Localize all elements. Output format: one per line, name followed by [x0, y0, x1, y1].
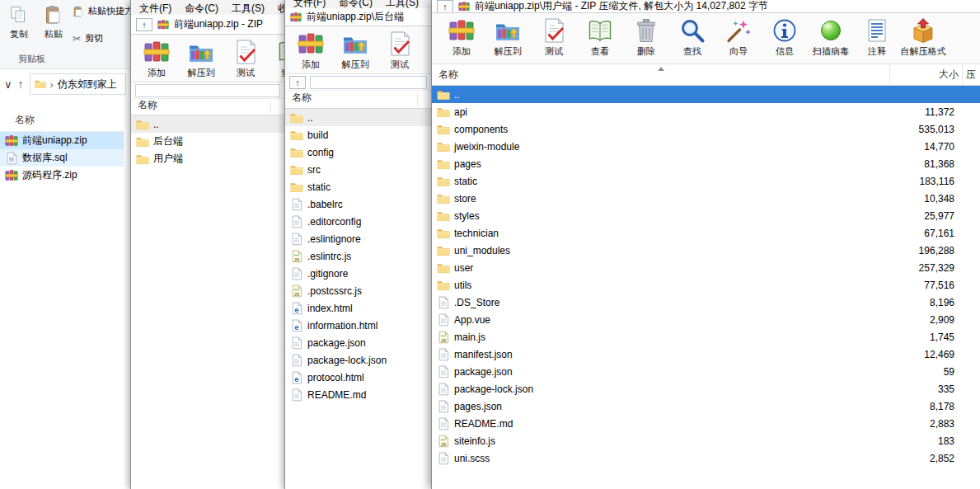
file-row[interactable]: config — [285, 143, 431, 161]
file-row[interactable]: .. — [131, 115, 284, 133]
file-row[interactable]: package.json — [285, 334, 431, 351]
file-row[interactable]: components535,013 — [432, 120, 980, 138]
toolbar-button-test[interactable]: 测试 — [377, 29, 422, 71]
file-name: static — [307, 181, 331, 193]
cut-button[interactable]: 剪切 — [73, 32, 130, 45]
toolbar-button-delete[interactable]: 删除 — [623, 16, 669, 58]
file-row[interactable]: eindex.html — [285, 299, 431, 317]
file-row[interactable]: styles25,977 — [432, 207, 980, 224]
toolbar-button-view[interactable]: 查看 — [268, 37, 284, 79]
column-header-name[interactable]: 名称 — [285, 91, 431, 109]
toolbar-button-view[interactable]: 查看 — [422, 29, 431, 71]
menu-item[interactable]: 收藏 — [278, 2, 284, 13]
file-row[interactable]: .gitignore — [285, 265, 431, 282]
up-button[interactable] — [289, 76, 306, 89]
file-row[interactable]: .editorconfig — [285, 213, 431, 230]
file-row[interactable]: .. — [285, 109, 431, 126]
file-row[interactable]: README.md — [285, 386, 431, 403]
file-row[interactable]: manifest.json12,469 — [432, 346, 980, 363]
menu-item[interactable]: 命令(C) — [339, 0, 373, 7]
file-name: .gitignore — [307, 268, 348, 280]
toolbar-button-info[interactable]: 信息 — [762, 16, 808, 58]
file-row[interactable]: 用户端 — [131, 150, 284, 167]
column-header-name[interactable]: 名称 — [432, 64, 889, 85]
column-header-name[interactable]: 名称 — [131, 99, 284, 115]
file-row[interactable]: src — [285, 161, 431, 178]
menu-item[interactable]: 命令(C) — [185, 2, 218, 13]
toolbar-button-test[interactable]: 测试 — [223, 37, 268, 79]
file-row[interactable]: build — [285, 126, 431, 143]
file-name: README.md — [454, 418, 878, 430]
file-row[interactable]: user257,329 — [432, 259, 980, 276]
toolbar-button-label: 查找 — [683, 45, 701, 58]
file-row[interactable]: JSmain.js1,745 — [432, 328, 980, 346]
toolbar-button-sfx[interactable]: 自解压格式 — [900, 16, 946, 58]
file-row[interactable]: pages81,368 — [432, 155, 980, 172]
file-row[interactable]: eprotocol.html — [285, 369, 431, 386]
chevron-down-icon[interactable] — [4, 79, 12, 90]
file-row[interactable]: package.json59 — [432, 363, 980, 380]
file-row[interactable]: package-lock.json335 — [432, 380, 980, 397]
file-row[interactable]: README.md2,883 — [432, 415, 980, 432]
path-combo[interactable] — [310, 76, 427, 89]
file-row[interactable]: .DS_Store8,196 — [432, 294, 980, 311]
file-row[interactable]: pages.json8,178 — [432, 397, 980, 415]
file-size: 11,372 — [882, 106, 954, 118]
address-bar[interactable]: 仿东郊到家上 — [30, 73, 126, 95]
toolbar-button-test[interactable]: 测试 — [531, 16, 577, 58]
menu-item[interactable]: 文件(F) — [139, 2, 171, 13]
test-icon — [232, 39, 259, 65]
file-row[interactable]: technician67,161 — [432, 224, 980, 242]
file-row[interactable]: static — [285, 178, 431, 195]
toolbar-button-label: 自解压格式 — [901, 45, 946, 58]
column-header-packed[interactable]: 压 — [962, 64, 980, 85]
toolbar-button-extract[interactable]: 解压到 — [485, 16, 531, 58]
file-row[interactable]: uni.scss2,852 — [432, 449, 980, 467]
file-row[interactable]: App.vue2,909 — [432, 311, 980, 328]
file-row[interactable]: uni_modules196,288 — [432, 242, 980, 259]
copy-button[interactable]: 复制 — [2, 2, 36, 40]
up-button[interactable] — [136, 18, 152, 31]
file-row[interactable]: static183,116 — [432, 172, 980, 190]
file-row[interactable]: 数据库.sql — [0, 149, 124, 167]
file-name: jweixin-module — [454, 141, 878, 153]
file-row[interactable]: 源码程序.zip — [0, 167, 124, 184]
file-size: 2,852 — [882, 453, 954, 464]
paste-shortcut-button[interactable]: 粘贴快捷方式 — [73, 5, 130, 17]
paste-button[interactable]: 粘贴 — [36, 2, 71, 40]
toolbar-button-extract[interactable]: 解压到 — [179, 37, 223, 79]
column-header-name[interactable]: 名称 — [0, 109, 124, 132]
file-row[interactable]: einformation.html — [285, 317, 431, 334]
file-row[interactable]: JS.postcssrc.js — [285, 282, 431, 299]
toolbar-button-extract[interactable]: 解压到 — [333, 29, 377, 71]
toolbar-button-wizard[interactable]: 向导 — [715, 16, 762, 58]
menu-item[interactable]: 工具(S) — [232, 2, 265, 13]
toolbar-button-add[interactable]: 添加 — [438, 16, 485, 58]
toolbar-button-add[interactable]: 添加 — [288, 29, 333, 71]
up-arrow-icon[interactable] — [18, 78, 24, 90]
toolbar-button-comment[interactable]: 注释 — [854, 16, 900, 58]
file-row[interactable]: .eslintignore — [285, 230, 431, 247]
toolbar: 添加解压到测试查看删除查找向导信息扫描病毒注释自解压格式 — [432, 13, 980, 64]
up-button[interactable] — [437, 0, 453, 13]
file-row[interactable]: api11,372 — [432, 103, 980, 120]
column-header-size[interactable]: 大小 — [889, 64, 962, 85]
file-name: README.md — [307, 389, 366, 401]
file-row[interactable]: 后台端 — [131, 133, 284, 150]
file-row[interactable]: .. — [432, 86, 980, 103]
menu-item[interactable]: 文件(F) — [293, 0, 326, 7]
file-row[interactable]: JS.eslintrc.js — [285, 247, 431, 265]
file-row[interactable]: store10,348 — [432, 190, 980, 207]
file-row[interactable]: .babelrc — [285, 195, 431, 213]
file-row[interactable]: JSsiteinfo.js183 — [432, 432, 980, 449]
toolbar-button-scan[interactable]: 扫描病毒 — [808, 16, 854, 58]
file-row[interactable]: jweixin-module14,770 — [432, 138, 980, 155]
toolbar-button-find[interactable]: 查找 — [669, 16, 715, 58]
toolbar-button-add[interactable]: 添加 — [134, 37, 179, 79]
path-combo[interactable] — [135, 84, 280, 97]
toolbar-button-view[interactable]: 查看 — [577, 16, 623, 58]
file-row[interactable]: utils77,516 — [432, 276, 980, 294]
file-row[interactable]: package-lock.json — [285, 351, 431, 369]
menu-item[interactable]: 工具(S) — [386, 0, 419, 7]
file-row[interactable]: 前端uniapp.zip — [0, 132, 124, 149]
